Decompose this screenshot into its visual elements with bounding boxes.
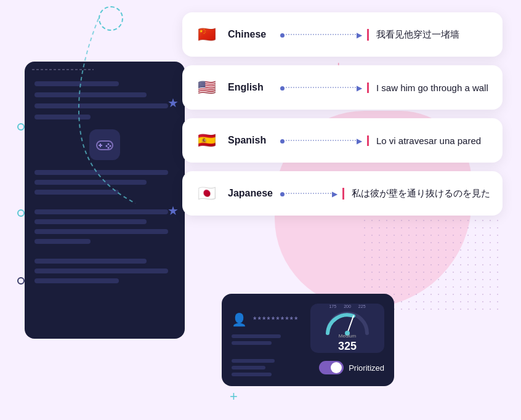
panel-line <box>34 259 147 264</box>
flag-english: 🇺🇸 <box>195 75 219 100</box>
panel-lines-bottom <box>34 170 175 283</box>
widget-lines-group <box>232 359 275 376</box>
password-field: ********** <box>253 315 299 325</box>
gauge-label-high: 225 <box>358 304 366 309</box>
panel-line <box>34 103 168 108</box>
widget-line <box>232 359 275 363</box>
side-circle-2 <box>17 209 25 217</box>
star-icon-1: ★ <box>168 95 179 110</box>
translation-cards-container: 🇨🇳 Chinese ▶ 我看见他穿过一堵墙 🇺🇸 English ▶ I sa… <box>182 12 503 216</box>
toggle-row[interactable]: Prioritized <box>319 361 384 374</box>
gauge-label-low: 175 <box>329 304 336 309</box>
svg-point-7 <box>108 147 110 149</box>
panel-line <box>34 190 119 195</box>
panel-line <box>34 278 119 283</box>
translation-card-english: 🇺🇸 English ▶ I saw him go through a wall <box>182 65 503 110</box>
panel-lines-top <box>34 81 175 119</box>
arrow-dot-chinese <box>280 33 285 38</box>
translation-text-japanese: 私は彼が壁を通り抜けるのを見た <box>342 188 490 200</box>
panel-line <box>34 115 91 119</box>
dotted-line-english: ▶ <box>283 87 358 88</box>
user-icon: 👤 <box>232 312 247 327</box>
dotted-line-chinese: ▶ <box>283 34 358 35</box>
toggle-switch[interactable] <box>319 361 344 374</box>
panel-line <box>34 92 147 97</box>
translation-card-japanese: 🇯🇵 Japanese ▶ 私は彼が壁を通り抜けるのを見た <box>182 171 503 216</box>
gauge-scale-labels: 175 200 225 <box>329 304 365 309</box>
gauge-speed-value: 325 <box>338 340 357 353</box>
panel-line <box>34 170 168 175</box>
lang-name-english: English <box>228 82 274 93</box>
arrow-right-spanish: ▶ <box>357 137 362 145</box>
svg-line-8 <box>347 316 353 333</box>
speed-gauge: 175 200 225 Medium 325 <box>310 304 384 353</box>
plus-icon-bottom: + <box>230 389 238 405</box>
gauge-label-mid: 200 <box>344 304 351 309</box>
widget-bottom-row: Prioritized <box>232 359 384 376</box>
widget-top-row: 👤 ********** 175 200 225 <box>232 304 384 353</box>
dotted-line-spanish: ▶ <box>283 140 358 141</box>
dashed-line-top <box>32 67 94 73</box>
flag-spanish: 🇪🇸 <box>195 128 219 153</box>
toggle-label: Prioritized <box>349 363 384 373</box>
dotted-line-japanese: ▶ <box>283 193 334 194</box>
widget-line <box>232 373 272 376</box>
arrow-dot-japanese <box>280 192 285 196</box>
side-circle-3 <box>17 277 25 285</box>
translation-card-chinese: 🇨🇳 Chinese ▶ 我看见他穿过一堵墙 <box>182 12 503 57</box>
lang-name-spanish: Spanish <box>228 135 274 146</box>
widget-line <box>232 366 265 370</box>
star-icon-2: ★ <box>168 203 179 218</box>
panel-line <box>34 81 119 86</box>
arrow-right-english: ▶ <box>357 84 362 92</box>
arrow-dot-english <box>280 86 285 91</box>
flag-chinese: 🇨🇳 <box>195 22 219 47</box>
translation-card-spanish: 🇪🇸 Spanish ▶ Lo vi atravesar una pared <box>182 118 503 163</box>
panel-line <box>34 229 168 234</box>
widget-line <box>232 341 272 345</box>
svg-point-5 <box>110 145 111 147</box>
svg-point-6 <box>106 145 108 147</box>
lang-name-chinese: Chinese <box>228 29 274 40</box>
arrow-right-chinese: ▶ <box>357 31 362 39</box>
arrow-dot-spanish <box>280 139 285 143</box>
panel-line <box>34 239 91 244</box>
arrow-right-japanese: ▶ <box>332 190 337 198</box>
translation-text-english: I saw him go through a wall <box>367 83 490 93</box>
lang-name-japanese: Japanese <box>228 188 274 199</box>
flag-japanese: 🇯🇵 <box>195 181 219 206</box>
panel-line <box>34 219 147 224</box>
translation-text-spanish: Lo vi atravesar una pared <box>367 135 490 146</box>
toggle-knob <box>331 362 342 373</box>
main-scene: ★ ★ + <box>0 0 521 420</box>
panel-line <box>34 180 147 185</box>
widget-line <box>232 334 281 338</box>
panel-line <box>34 209 168 214</box>
translation-text-chinese: 我看见他穿过一堵墙 <box>367 29 490 41</box>
dashed-circle-top <box>99 6 123 31</box>
svg-point-4 <box>108 143 110 145</box>
panel-line <box>34 269 168 273</box>
gamepad-icon <box>89 129 120 160</box>
side-circle-1 <box>17 123 25 131</box>
app-panel <box>25 62 185 339</box>
gauge-speed-label: Medium <box>339 333 356 339</box>
widget-panel: 👤 ********** 175 200 225 <box>222 294 394 386</box>
gauge-arc-svg <box>323 310 372 336</box>
